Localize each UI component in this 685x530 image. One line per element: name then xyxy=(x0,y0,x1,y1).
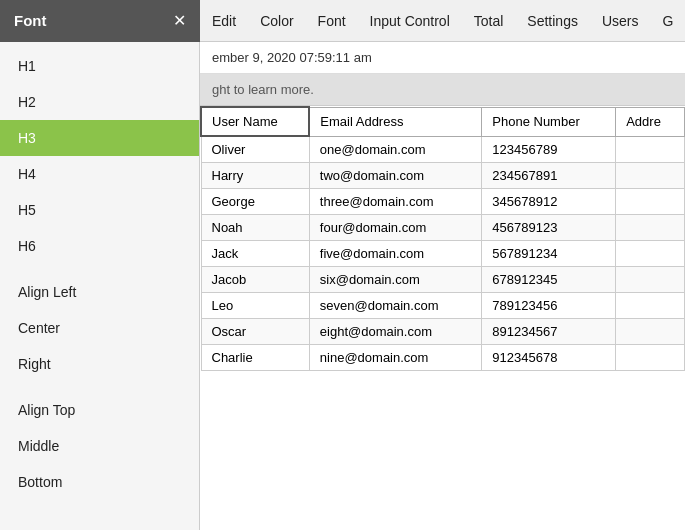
font-item-right[interactable]: Right xyxy=(0,346,199,382)
table-row: Jacobsix@domain.com678912345 xyxy=(201,267,685,293)
cell-phone: 891234567 xyxy=(482,319,616,345)
cell-name: George xyxy=(201,189,309,215)
cell-phone: 123456789 xyxy=(482,136,616,163)
cell-email: seven@domain.com xyxy=(309,293,481,319)
table-row: Georgethree@domain.com345678912 xyxy=(201,189,685,215)
table-row: Jackfive@domain.com567891234 xyxy=(201,241,685,267)
cell-addr xyxy=(616,189,685,215)
menu-g[interactable]: G xyxy=(651,0,685,41)
cell-email: nine@domain.com xyxy=(309,345,481,371)
font-item-align-top[interactable]: Align Top xyxy=(0,392,199,428)
menu-edit[interactable]: Edit xyxy=(200,0,248,41)
cell-name: Noah xyxy=(201,215,309,241)
cell-addr xyxy=(616,293,685,319)
cell-addr xyxy=(616,241,685,267)
table-row: Leoseven@domain.com789123456 xyxy=(201,293,685,319)
menu-input-control[interactable]: Input Control xyxy=(358,0,462,41)
cell-email: five@domain.com xyxy=(309,241,481,267)
cell-addr xyxy=(616,319,685,345)
font-item-h2[interactable]: H2 xyxy=(0,84,199,120)
cell-phone: 912345678 xyxy=(482,345,616,371)
menu-settings[interactable]: Settings xyxy=(515,0,590,41)
cell-email: eight@domain.com xyxy=(309,319,481,345)
font-item-bottom[interactable]: Bottom xyxy=(0,464,199,500)
col-header-phone[interactable]: Phone Number xyxy=(482,107,616,136)
cell-addr xyxy=(616,267,685,293)
table-row: Harrytwo@domain.com234567891 xyxy=(201,163,685,189)
col-header-email[interactable]: Email Address xyxy=(309,107,481,136)
font-panel-items: H1 H2 H3 H4 H5 H6 Align Left Center Righ… xyxy=(0,42,199,500)
cell-addr xyxy=(616,345,685,371)
cell-email: two@domain.com xyxy=(309,163,481,189)
cell-phone: 567891234 xyxy=(482,241,616,267)
font-panel-header: Font ✕ xyxy=(0,0,200,42)
cell-name: Harry xyxy=(201,163,309,189)
font-item-h3[interactable]: H3 xyxy=(0,120,199,156)
cell-name: Charlie xyxy=(201,345,309,371)
font-item-h4[interactable]: H4 xyxy=(0,156,199,192)
cell-email: three@domain.com xyxy=(309,189,481,215)
cell-phone: 345678912 xyxy=(482,189,616,215)
cell-email: four@domain.com xyxy=(309,215,481,241)
table-wrapper: User Name Email Address Phone Number Add… xyxy=(200,106,685,530)
info-bar: ember 9, 2020 07:59:11 am xyxy=(200,42,685,74)
cell-phone: 456789123 xyxy=(482,215,616,241)
col-header-address[interactable]: Addre xyxy=(616,107,685,136)
cell-email: one@domain.com xyxy=(309,136,481,163)
cell-phone: 789123456 xyxy=(482,293,616,319)
table-row: Charlienine@domain.com912345678 xyxy=(201,345,685,371)
font-panel-close-icon[interactable]: ✕ xyxy=(173,11,186,30)
cell-name: Jack xyxy=(201,241,309,267)
table-row: Noahfour@domain.com456789123 xyxy=(201,215,685,241)
content-area: ember 9, 2020 07:59:11 am ght to learn m… xyxy=(200,42,685,530)
font-item-center[interactable]: Center xyxy=(0,310,199,346)
cell-email: six@domain.com xyxy=(309,267,481,293)
cell-name: Oscar xyxy=(201,319,309,345)
menu-color[interactable]: Color xyxy=(248,0,305,41)
cell-phone: 678912345 xyxy=(482,267,616,293)
menu-users[interactable]: Users xyxy=(590,0,651,41)
table-row: Oscareight@domain.com891234567 xyxy=(201,319,685,345)
gray-area-text: ght to learn more. xyxy=(212,82,314,97)
col-header-username[interactable]: User Name xyxy=(201,107,309,136)
font-panel: H1 H2 H3 H4 H5 H6 Align Left Center Righ… xyxy=(0,42,200,530)
gray-area: ght to learn more. xyxy=(200,74,685,106)
cell-addr xyxy=(616,215,685,241)
cell-name: Oliver xyxy=(201,136,309,163)
cell-name: Leo xyxy=(201,293,309,319)
cell-name: Jacob xyxy=(201,267,309,293)
cell-addr xyxy=(616,136,685,163)
font-item-align-left[interactable]: Align Left xyxy=(0,274,199,310)
font-item-h6[interactable]: H6 xyxy=(0,228,199,264)
date-text: ember 9, 2020 07:59:11 am xyxy=(212,50,372,65)
font-item-h5[interactable]: H5 xyxy=(0,192,199,228)
menu-total[interactable]: Total xyxy=(462,0,516,41)
menu-font[interactable]: Font xyxy=(306,0,358,41)
cell-addr xyxy=(616,163,685,189)
font-item-h1[interactable]: H1 xyxy=(0,48,199,84)
font-panel-title: Font xyxy=(14,12,46,29)
font-item-middle[interactable]: Middle xyxy=(0,428,199,464)
cell-phone: 234567891 xyxy=(482,163,616,189)
table-row: Oliverone@domain.com123456789 xyxy=(201,136,685,163)
